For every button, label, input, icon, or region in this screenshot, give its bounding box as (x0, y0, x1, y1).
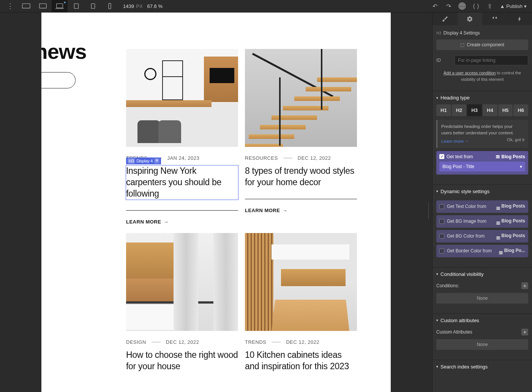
section-conditional-visibility[interactable]: Conditional visibility (433, 268, 532, 281)
binding-field-dropdown[interactable]: Blog Post - Title ▾ (439, 162, 525, 172)
collection-icon (496, 236, 500, 239)
drops-icon (491, 16, 498, 22)
section-dynamic-style[interactable]: Dynamic style settings (433, 185, 532, 198)
add-attribute-button[interactable]: + (521, 329, 528, 335)
learn-more-link[interactable]: LEARN MORE → (245, 208, 357, 213)
heading-h2[interactable]: H2 (452, 104, 467, 116)
get-text-label: Get text from (447, 154, 473, 159)
dyn-text-color[interactable]: Get Text Color from Blog Posts (436, 200, 528, 213)
device-phone[interactable] (102, 0, 118, 13)
add-condition-button[interactable]: + (521, 282, 528, 289)
svg-rect-1 (39, 4, 46, 8)
dyn-bg-color[interactable]: Get BG Color from Blog Posts (436, 230, 528, 242)
top-toolbar: ⋮ 1439 PX 67.6 % ↶ ↷ ⋯ ⟨ ⟩ ⇪ ▲ Publish ▾ (0, 0, 532, 13)
blog-card[interactable]: TRENDS DEC 12, 2022 10 Kitchen cabinets … (245, 233, 357, 372)
section-custom-attributes[interactable]: Custom attributes (433, 314, 532, 327)
blog-card[interactable]: RESOURCES DEC 12, 2022 8 types of trendy… (245, 49, 357, 225)
export-icon[interactable]: ⇪ (484, 0, 495, 12)
svg-rect-0 (22, 4, 30, 8)
section-heading-type[interactable]: Heading type (433, 91, 532, 104)
divider-icon (152, 342, 161, 342)
dyn-label: Get BG Color from (447, 233, 485, 239)
svg-rect-4 (74, 4, 79, 9)
dyn-label: Get BG Image from (447, 219, 486, 224)
device-tablet-sm[interactable] (85, 0, 101, 13)
card-date: DEC 12, 2022 (298, 155, 331, 161)
checkbox[interactable] (439, 219, 444, 224)
device-laptop[interactable] (52, 0, 68, 13)
chevron-down-icon: ▾ (524, 3, 527, 9)
code-icon[interactable]: ⟨ ⟩ (470, 0, 481, 12)
heading-h6[interactable]: H6 (513, 104, 528, 116)
checkbox[interactable] (439, 204, 444, 209)
card-image (245, 233, 357, 331)
bolt-icon (516, 16, 523, 22)
id-input[interactable] (455, 55, 528, 65)
tab-interactions[interactable] (482, 13, 507, 25)
heading-h5[interactable]: H5 (498, 104, 513, 116)
learn-more-link[interactable]: LEARN MORE → (126, 219, 238, 225)
heading-h1[interactable]: H1 (436, 104, 451, 116)
source-collection: Blog Posts (501, 154, 525, 159)
dyn-border-color[interactable]: Get Border Color from Blog Po... (436, 245, 528, 257)
device-tablet[interactable] (68, 0, 84, 13)
collection-icon (496, 155, 500, 158)
selection-class: Display 4 (136, 158, 153, 164)
publish-label: Publish (506, 3, 523, 9)
dismiss-note[interactable]: Ok, got it (507, 137, 524, 143)
canvas-dimensions: 1439 PX 67.6 % (123, 3, 163, 9)
arrow-right-icon: → (282, 208, 287, 213)
create-component-button[interactable]: ⬚ Create component (436, 39, 528, 50)
design-canvas[interactable]: est news ticles ES (41, 13, 391, 392)
card-title-text: Inspiring New York carpenters you should… (126, 166, 221, 198)
card-title[interactable]: 10 Kitchen cabinets ideas and inspiratio… (245, 349, 357, 372)
card-title[interactable]: How to choose the right wood for your ho… (126, 349, 238, 372)
heading-h3[interactable]: H3 (467, 104, 482, 116)
section-search-index[interactable]: Search index settings (433, 360, 532, 373)
card-image (126, 49, 238, 147)
get-text-checkbox[interactable] (439, 154, 444, 159)
selection-tag: H3 (128, 158, 135, 164)
attributes-none: None (436, 339, 528, 350)
dyn-bg-image[interactable]: Get BG Image from Blog Posts (436, 215, 528, 228)
collection-icon (496, 207, 500, 210)
redo-button[interactable]: ↷ (443, 0, 454, 12)
tab-effects[interactable] (507, 13, 532, 25)
card-category: RESOURCES (245, 155, 278, 161)
heading-h4[interactable]: H4 (483, 104, 497, 116)
card-image (245, 49, 357, 147)
collection-icon (496, 222, 500, 225)
checkbox[interactable] (439, 234, 444, 239)
selection-label[interactable]: H3 Display 4 ⚙ (126, 157, 161, 164)
create-component-label: Create component (467, 42, 504, 47)
gear-icon (466, 16, 473, 22)
blog-card[interactable]: DESIGN DEC 12, 2022 How to choose the ri… (126, 233, 238, 372)
card-date: DEC 12, 2022 (286, 339, 319, 345)
checkbox[interactable] (439, 249, 444, 253)
gear-icon[interactable]: ⚙ (154, 158, 159, 164)
breadcrumb-label: Display 4 Settings (444, 30, 480, 36)
blog-card[interactable]: TRENDS JAN 24, 2023 H3 Display 4 ⚙ Inspi… (126, 49, 238, 225)
tab-style[interactable] (433, 13, 458, 25)
resize-handle[interactable] (428, 202, 432, 219)
publish-button[interactable]: ▲ Publish ▾ (497, 3, 529, 9)
canvas-zoom: 67.6 % (147, 3, 163, 9)
card-category: DESIGN (126, 339, 146, 345)
device-xl[interactable] (18, 0, 34, 13)
search-input[interactable]: ticles (41, 72, 76, 88)
undo-button[interactable]: ↶ (429, 0, 440, 12)
card-title-selected[interactable]: H3 Display 4 ⚙ Inspiring New York carpen… (126, 165, 238, 200)
collection-icon (499, 251, 503, 254)
more-icon[interactable]: ⋯ (456, 0, 468, 12)
tab-settings[interactable] (458, 13, 483, 25)
menu-kebab-icon[interactable]: ⋮ (3, 2, 17, 10)
custom-attr-label: Custom Attributes (436, 329, 472, 335)
device-lg[interactable] (35, 0, 51, 13)
card-title[interactable]: 8 types of trendy wood styles for your h… (245, 165, 357, 188)
access-link[interactable]: Add a user access condition (444, 71, 496, 75)
svg-rect-2 (57, 4, 63, 8)
dyn-source: Blog Po... (504, 248, 525, 253)
breadcrumb-tag: H3 (436, 31, 441, 35)
card-image (126, 233, 238, 331)
learn-more-link[interactable]: Learn more → (441, 138, 469, 145)
